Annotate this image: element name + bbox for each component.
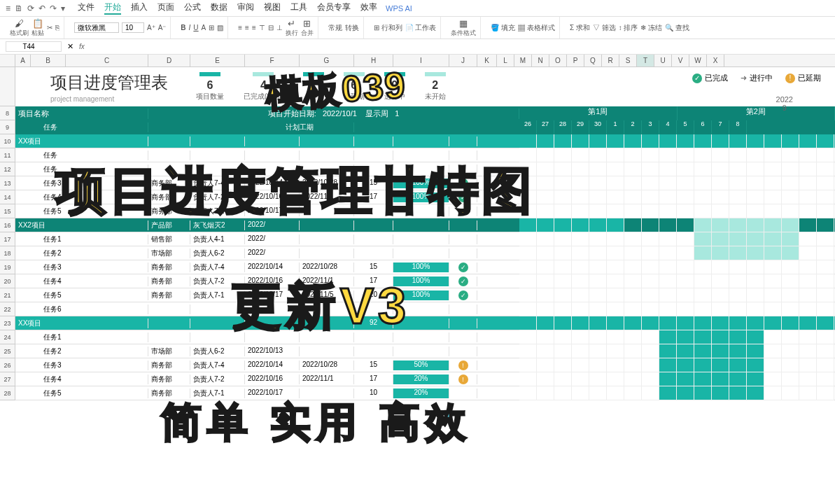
table-row[interactable]: 任务2市场部负责人6-22022/10/13 bbox=[15, 344, 835, 358]
merge-button[interactable]: ⊞合并 bbox=[301, 18, 314, 38]
col-header[interactable]: R bbox=[602, 55, 619, 66]
table-row[interactable]: XX2项目产品部灰飞烟灭22022/ bbox=[15, 218, 835, 232]
align-right-icon[interactable]: ≡ bbox=[252, 24, 256, 31]
size-selector[interactable] bbox=[122, 22, 144, 33]
col-header[interactable]: E bbox=[190, 55, 245, 66]
menu-tab-8[interactable]: 工具 bbox=[290, 1, 307, 15]
menu-tab-5[interactable]: 数据 bbox=[211, 1, 227, 15]
menu-tab-6[interactable]: 审阅 bbox=[237, 1, 254, 15]
col-header[interactable]: G bbox=[300, 55, 354, 66]
dropdown-icon[interactable]: ▾ bbox=[61, 4, 65, 13]
sort-button[interactable]: ↕ 排序 bbox=[619, 23, 638, 33]
sum-button[interactable]: Σ 求和 bbox=[570, 23, 590, 33]
find-button[interactable]: 🔍 查找 bbox=[665, 23, 689, 33]
redo-icon[interactable]: ↷ bbox=[50, 4, 57, 13]
table-row[interactable]: 任务 bbox=[15, 162, 835, 176]
menu-tab-2[interactable]: 插入 bbox=[131, 1, 148, 15]
valign-bot-icon[interactable]: ⊥ bbox=[276, 24, 283, 31]
row-header[interactable]: 17 bbox=[0, 232, 15, 246]
bold-icon[interactable]: B bbox=[181, 24, 185, 31]
table-row[interactable]: 任务4商务部负责人7-22022/10/162022/11/11720%! bbox=[15, 372, 835, 386]
row-header[interactable]: 13 bbox=[0, 176, 15, 190]
col-header[interactable]: H bbox=[354, 55, 393, 66]
row-header[interactable]: 20 bbox=[0, 274, 15, 288]
freeze-button[interactable]: ❄ 冻结 bbox=[640, 23, 662, 33]
col-header[interactable]: W bbox=[689, 55, 707, 66]
table-row[interactable]: 任务3商务部负责人7-42022/10/142022/10/2815100%✓ bbox=[15, 260, 835, 274]
col-header[interactable]: K bbox=[477, 55, 497, 66]
menu-tab-3[interactable]: 页面 bbox=[157, 1, 174, 15]
col-header[interactable]: X bbox=[707, 55, 724, 66]
align-left-icon[interactable]: ≡ bbox=[238, 24, 242, 31]
italic-icon[interactable]: I bbox=[189, 24, 191, 31]
increase-font-icon[interactable]: A⁺ bbox=[147, 24, 155, 31]
row-header[interactable]: 12 bbox=[0, 162, 15, 176]
col-header[interactable]: M bbox=[514, 55, 532, 66]
name-box[interactable] bbox=[6, 41, 62, 52]
cancel-icon[interactable]: ✕ bbox=[67, 42, 73, 51]
col-header[interactable]: L bbox=[497, 55, 514, 66]
table-row[interactable]: 任务 bbox=[15, 148, 835, 162]
table-row[interactable]: 任务2市场部负责人6-22022/ bbox=[15, 246, 835, 260]
sheet-content[interactable]: 项目进度管理表 project management 6项目数量4已完成(项目)… bbox=[15, 67, 835, 400]
border-icon[interactable]: ⊞ bbox=[209, 24, 214, 31]
underline-icon[interactable]: U bbox=[193, 24, 198, 31]
table-row[interactable]: XX项目 bbox=[15, 134, 835, 148]
fill-button[interactable]: 🪣 填充 bbox=[491, 23, 515, 33]
row-header[interactable]: 24 bbox=[0, 330, 15, 344]
col-header[interactable]: C bbox=[66, 55, 148, 66]
row-header[interactable]: 25 bbox=[0, 344, 15, 358]
col-header[interactable]: U bbox=[654, 55, 672, 66]
row-header[interactable]: 28 bbox=[0, 386, 15, 400]
col-header[interactable]: B bbox=[31, 55, 66, 66]
row-header[interactable]: 15 bbox=[0, 204, 15, 218]
table-row[interactable]: XX项目92 bbox=[15, 316, 835, 330]
formula-input[interactable] bbox=[90, 41, 829, 52]
row-header[interactable]: 19 bbox=[0, 260, 15, 274]
menu-tab-1[interactable]: 开始 bbox=[104, 1, 121, 15]
table-row[interactable]: 任务1销售部负责人4-12022/ bbox=[15, 232, 835, 246]
table-row[interactable]: 任务3商务部负责人7-42022/10/142022/10/281550%! bbox=[15, 358, 835, 372]
table-row[interactable]: 任务5商务部负责人7-12022/10/171020% bbox=[15, 386, 835, 400]
row-header[interactable]: 9 bbox=[0, 120, 15, 134]
col-header[interactable]: F bbox=[245, 55, 300, 66]
row-header[interactable]: 27 bbox=[0, 372, 15, 386]
wrap-button[interactable]: ↵换行 bbox=[286, 18, 298, 38]
table-row[interactable]: 任务3商务部负责人7-42022/10/142022/10/2815100%✓ bbox=[15, 176, 835, 190]
col-header[interactable]: D bbox=[148, 55, 190, 66]
worksheet-button[interactable]: 📄 工作表 bbox=[405, 23, 437, 33]
decrease-font-icon[interactable]: A⁻ bbox=[158, 24, 167, 31]
paste-button[interactable]: 📋粘贴 bbox=[31, 18, 44, 38]
undo-icon[interactable]: ↶ bbox=[38, 4, 45, 13]
table-row[interactable]: 任务4商务部负责人7-22022/10/162022/11/117100%✓ bbox=[15, 190, 835, 204]
save-icon[interactable]: 🗎 bbox=[15, 4, 23, 13]
align-center-icon[interactable]: ≡ bbox=[245, 24, 249, 31]
valign-mid-icon[interactable]: ⊟ bbox=[268, 24, 274, 31]
table-row[interactable]: 任务6 bbox=[15, 302, 835, 316]
refresh-icon[interactable]: ⟳ bbox=[27, 4, 34, 13]
table-row[interactable]: 任务5商务部负责人7-12022/10/17 bbox=[15, 204, 835, 218]
wps-ai-button[interactable]: WPS AI bbox=[386, 4, 412, 13]
font-selector[interactable] bbox=[74, 22, 119, 33]
rowcol-button[interactable]: ⊞ 行和列 bbox=[374, 23, 402, 33]
menu-tab-4[interactable]: 公式 bbox=[184, 1, 201, 15]
col-header[interactable]: O bbox=[549, 55, 567, 66]
row-header[interactable]: 23 bbox=[0, 316, 15, 330]
menu-icon[interactable]: ≡ bbox=[6, 4, 10, 13]
select-all-corner[interactable] bbox=[0, 55, 15, 66]
row-header[interactable]: 8 bbox=[0, 106, 15, 120]
cut-icon[interactable]: ✂ bbox=[47, 24, 52, 31]
col-header[interactable]: A bbox=[15, 55, 31, 66]
menu-tab-9[interactable]: 会员专享 bbox=[317, 1, 351, 15]
valign-top-icon[interactable]: ⊤ bbox=[259, 24, 265, 31]
row-header[interactable]: 22 bbox=[0, 302, 15, 316]
col-header[interactable]: V bbox=[672, 55, 689, 66]
col-header[interactable]: T bbox=[637, 55, 654, 66]
table-row[interactable]: 任务5商务部负责人7-12022/10/172022/11/520100%✓ bbox=[15, 288, 835, 302]
copy-icon[interactable]: ⎘ bbox=[55, 24, 59, 31]
table-row[interactable]: 任务1 bbox=[15, 330, 835, 344]
bg-color-icon[interactable]: ▨ bbox=[217, 24, 223, 31]
row-header[interactable] bbox=[0, 67, 15, 106]
row-header[interactable]: 26 bbox=[0, 358, 15, 372]
row-header[interactable]: 10 bbox=[0, 134, 15, 148]
